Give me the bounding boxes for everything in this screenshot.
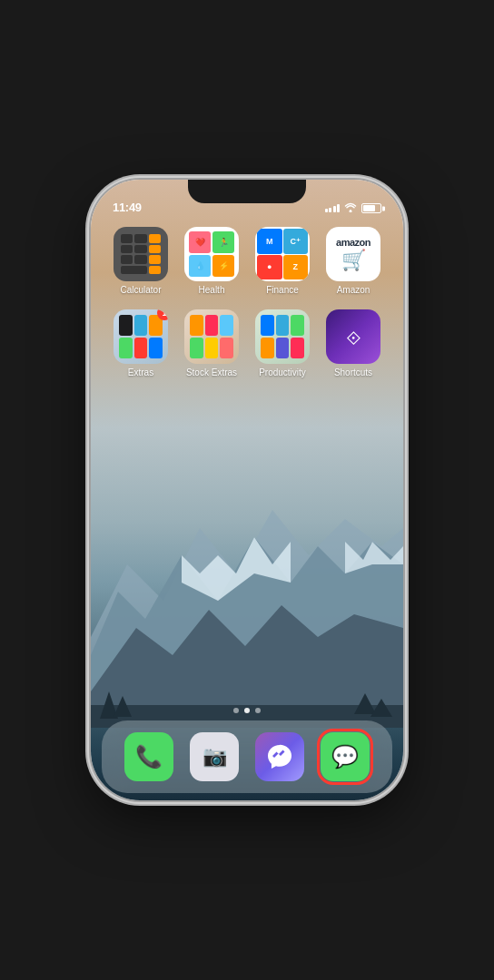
app-label-health: Health [199, 285, 225, 295]
app-label-shortcuts: Shortcuts [334, 368, 372, 377]
app-finance[interactable]: M C⁺ ● Z Finance [251, 227, 314, 295]
wifi-icon [344, 202, 357, 214]
svg-marker-7 [114, 696, 132, 717]
dock-messenger[interactable] [255, 732, 304, 781]
phone-icon: 📞 [135, 744, 163, 769]
app-shortcuts[interactable]: ⟐ Shortcuts [321, 309, 385, 377]
status-time: 11:49 [113, 201, 142, 214]
shortcuts-icon: ⟐ [346, 322, 361, 351]
page-dot-3 [255, 708, 261, 713]
svg-point-10 [350, 210, 351, 211]
dock: 📞 📷 💬 [102, 720, 392, 793]
app-label-calculator: Calculator [120, 285, 161, 295]
dock-camera[interactable]: 📷 [190, 732, 239, 781]
svg-marker-6 [100, 691, 118, 719]
page-dots [91, 708, 403, 713]
svg-marker-0 [91, 510, 403, 728]
battery-icon [361, 203, 381, 213]
wallpaper-mountains [91, 383, 403, 728]
camera-icon: 📷 [203, 745, 227, 769]
screen: 11:49 [91, 180, 403, 800]
app-stock-extras[interactable]: Stock Extras [180, 309, 243, 377]
page-dot-1 [233, 708, 239, 713]
app-extras[interactable]: 1 Extras [109, 309, 173, 377]
status-icons [325, 202, 382, 214]
dock-phone[interactable]: 📞 [124, 732, 173, 781]
page-dot-2 [244, 708, 250, 713]
app-label-finance: Finance [266, 285, 299, 295]
dock-messages[interactable]: 💬 [321, 732, 370, 781]
app-calculator[interactable]: Calculator [109, 227, 173, 295]
app-label-productivity: Productivity [259, 368, 306, 377]
messenger-icon [265, 742, 294, 771]
app-label-extras: Extras [128, 368, 153, 377]
svg-marker-1 [91, 537, 403, 728]
notch [188, 180, 306, 203]
app-label-amazon: Amazon [337, 285, 370, 295]
app-productivity[interactable]: Productivity [251, 309, 314, 377]
messages-icon: 💬 [331, 744, 359, 769]
app-health[interactable]: ❤️ 🏃 💧 ⚡ [180, 227, 243, 295]
signal-icon [325, 204, 341, 212]
app-grid: Calculator ❤️ 🏃 [91, 227, 403, 377]
app-amazon[interactable]: amazon 🛒 Amazon [321, 227, 385, 295]
svg-marker-3 [345, 542, 403, 573]
phone-frame: 11:49 [91, 180, 403, 800]
app-label-stock-extras: Stock Extras [186, 368, 237, 377]
svg-marker-2 [182, 537, 291, 601]
